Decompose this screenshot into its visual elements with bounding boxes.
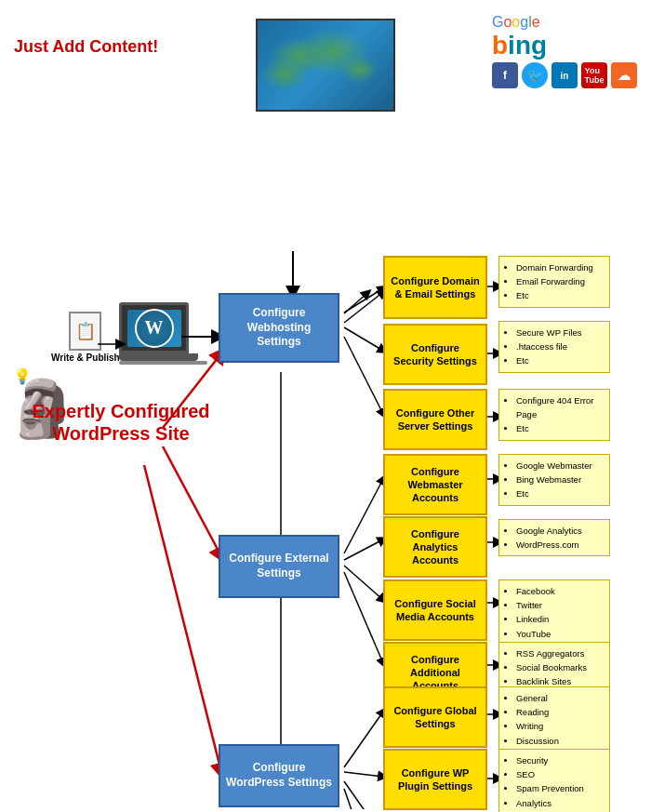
top-right-logos: Google bing f 🐦 in YouTube ☁: [492, 14, 637, 88]
social-icons-row: f 🐦 in YouTube ☁: [492, 62, 637, 88]
expertly-configured-label: Expertly Configured WordPress Site: [28, 400, 214, 445]
svg-line-15: [344, 566, 383, 600]
page-container: Just Add Content! Google bing f 🐦 in You…: [0, 0, 651, 812]
world-map: [256, 19, 395, 112]
svg-line-19: [344, 781, 383, 809]
lightbulb-icon: 💡: [13, 367, 32, 385]
other-server-box: Configure Other Server Settings: [383, 389, 487, 450]
domain-email-detail: Domain Forwarding Email Forwarding Etc: [498, 256, 610, 308]
svg-line-8: [344, 293, 367, 313]
svg-line-4: [163, 446, 221, 556]
linkedin-icon: in: [551, 62, 578, 88]
svg-line-11: [344, 327, 383, 351]
analytics-detail: Google Analytics WordPress.com: [498, 519, 610, 556]
svg-line-10: [344, 288, 383, 313]
svg-line-9: [344, 292, 383, 323]
global-settings-box: Configure Global Settings: [383, 686, 487, 748]
external-settings-box: Configure External Settings: [219, 535, 339, 598]
twitter-icon: 🐦: [522, 62, 548, 88]
top-section: Just Add Content! Google bing f 🐦 in You…: [0, 0, 651, 130]
google-logo: Google: [492, 14, 540, 31]
wp-plugin-detail: Security SEO Spam Prevention Analytics S…: [498, 749, 610, 812]
webmaster-accounts-box: Configure Webmaster Accounts: [383, 454, 487, 515]
svg-line-14: [344, 539, 383, 560]
svg-line-20: [344, 789, 383, 809]
svg-line-12: [344, 337, 383, 414]
webhosting-settings-box: Configure Webhosting Settings: [219, 293, 339, 363]
other-server-detail: Configure 404 Error Page Etc: [498, 389, 610, 441]
wordpress-settings-box: Configure WordPress Settings: [219, 744, 339, 807]
wp-plugin-box: Configure WP Plugin Settings: [383, 749, 487, 810]
security-detail: Secure WP Files .htaccess file Etc: [498, 321, 610, 373]
svg-line-13: [344, 479, 383, 553]
domain-email-box: Configure Domain & Email Settings: [383, 256, 487, 319]
facebook-icon: f: [492, 62, 518, 88]
svg-line-18: [344, 772, 383, 777]
just-add-content-label: Just Add Content!: [14, 37, 158, 58]
diagram-area: 📋 Write & Publish W 🗿 💡 Expertl: [0, 130, 651, 809]
security-settings-box: Configure Security Settings: [383, 324, 487, 385]
social-media-box: Configure Social Media Accounts: [383, 579, 487, 641]
youtube-icon: YouTube: [581, 62, 607, 88]
svg-line-16: [344, 572, 383, 663]
svg-line-5: [144, 465, 221, 772]
wordpress-laptop: W: [119, 302, 207, 365]
write-publish-label: Write & Publish: [51, 353, 120, 363]
analytics-accounts-box: Configure Analytics Accounts: [383, 516, 487, 578]
bing-logo: bing: [492, 33, 547, 59]
webmaster-detail: Google Webmaster Bing Webmaster Etc: [498, 454, 610, 506]
svg-line-17: [344, 712, 383, 767]
rss-icon: ☁: [611, 62, 637, 88]
write-publish: 📋 Write & Publish: [51, 312, 120, 363]
